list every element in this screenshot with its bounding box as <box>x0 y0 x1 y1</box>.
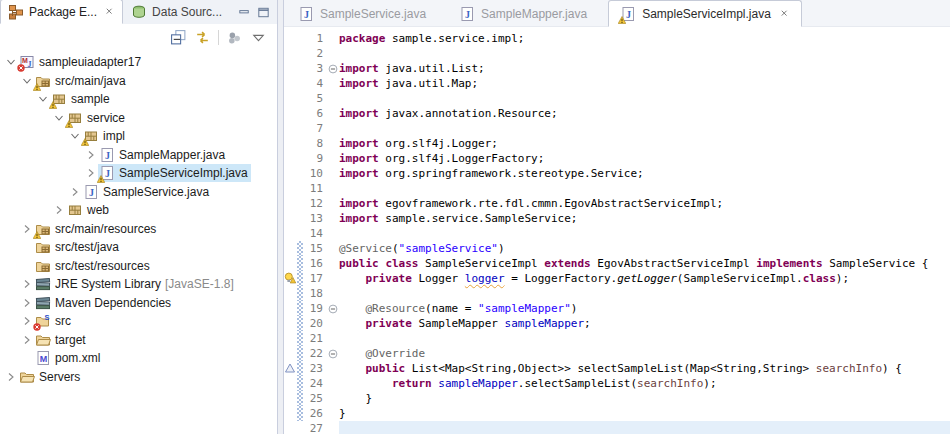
gutter-override-icon[interactable] <box>284 362 296 374</box>
tree-item-src-main-resources[interactable]: src/main/resources <box>0 220 277 239</box>
tree-item-web[interactable]: web <box>0 201 277 220</box>
tree-item-src-test-resources[interactable]: src/test/resources <box>0 257 277 276</box>
tree-item-maven-dependencies[interactable]: Maven Dependencies <box>0 294 277 313</box>
package-icon <box>51 91 67 107</box>
tree-item-target[interactable]: target <box>0 331 277 350</box>
close-icon[interactable] <box>779 8 790 19</box>
code-text[interactable]: import sample.service.SampleService; <box>339 211 950 226</box>
fold-collapse-icon[interactable] <box>327 346 339 361</box>
code-text[interactable] <box>339 46 950 61</box>
tree-item-impl[interactable]: impl <box>0 127 277 146</box>
code-text[interactable]: import java.util.List; <box>339 61 950 76</box>
line-number: 23 <box>303 361 327 376</box>
view-menu-icon[interactable] <box>250 29 267 46</box>
chevron-expanded-icon[interactable] <box>20 75 34 87</box>
code-text[interactable]: import org.slf4j.Logger; <box>339 136 950 151</box>
chevron-expanded-icon[interactable] <box>52 112 66 124</box>
chevron-collapsed-icon[interactable] <box>68 186 82 198</box>
code-text[interactable] <box>339 331 950 346</box>
code-text[interactable]: public List<Map<String,Object>> selectSa… <box>339 361 950 376</box>
chevron-collapsed-icon[interactable] <box>20 315 34 327</box>
code-text[interactable] <box>339 286 950 301</box>
fold-minus-icon[interactable] <box>328 349 338 359</box>
code-text[interactable]: private SampleMapper sampleMapper; <box>339 316 950 331</box>
code-line: 7 <box>284 121 950 136</box>
chevron-expanded-icon[interactable] <box>68 130 82 142</box>
code-text[interactable]: @Resource(name = "sampleMapper") <box>339 301 950 316</box>
tree-item-servers[interactable]: Servers <box>0 368 277 387</box>
code-text[interactable]: import org.slf4j.LoggerFactory; <box>339 151 950 166</box>
code-text[interactable] <box>339 421 950 434</box>
tree-item-pom-xml[interactable]: Mpom.xml <box>0 349 277 368</box>
chevron-expanded-icon[interactable] <box>36 93 50 105</box>
code-token: sample.service.impl; <box>385 32 524 45</box>
collapse-all-icon[interactable] <box>170 29 187 46</box>
tree-item-jre-system-library[interactable]: JRE System Library[JavaSE-1.8] <box>0 275 277 294</box>
code-area[interactable]: 1package sample.service.impl;23import ja… <box>284 27 950 434</box>
code-text[interactable] <box>339 181 950 196</box>
code-text[interactable] <box>339 91 950 106</box>
chevron-collapsed-icon[interactable] <box>20 223 34 235</box>
chevron-collapsed-icon[interactable] <box>84 167 98 179</box>
tree-item-src-test-java[interactable]: src/test/java <box>0 238 277 257</box>
chevron-collapsed-icon[interactable] <box>84 149 98 161</box>
chevron-collapsed-icon[interactable] <box>52 204 66 216</box>
editor-tab-sampleservice-java[interactable]: JSampleService.java <box>286 0 438 27</box>
fold-column <box>327 286 339 301</box>
code-text[interactable]: package sample.service.impl; <box>339 31 950 46</box>
editor-tab-samplemapper-java[interactable]: JSampleMapper.java <box>447 0 599 27</box>
code-text[interactable]: private Logger logger = LoggerFactory.ge… <box>339 271 950 286</box>
gutter-icon-column <box>284 316 297 331</box>
tree-item-sample[interactable]: sample <box>0 90 277 109</box>
fold-collapse-icon[interactable] <box>327 301 339 316</box>
gutter-icon-column <box>284 226 297 241</box>
tree-item-sampleserviceimpl-java[interactable]: JSampleServiceImpl.java <box>0 164 277 183</box>
chevron-collapsed-icon[interactable] <box>20 278 34 290</box>
editor-tab-sampleserviceimpl-java[interactable]: JSampleServiceImpl.java <box>608 0 802 27</box>
tree-item-src-main-java[interactable]: src/main/java <box>0 72 277 91</box>
chevron-collapsed-icon[interactable] <box>20 334 34 346</box>
code-text[interactable]: @Override <box>339 346 950 361</box>
code-text[interactable]: import javax.annotation.Resource; <box>339 106 950 121</box>
close-icon[interactable] <box>104 6 115 17</box>
minimize-icon[interactable] <box>237 5 252 20</box>
tree-item-sampleuiadapter17[interactable]: MJsampleuiadapter17 <box>0 53 277 72</box>
view-tab-data-sourc-[interactable]: Data Sourc... <box>123 0 230 24</box>
gutter-icon-column <box>284 406 297 421</box>
code-text[interactable] <box>339 121 950 136</box>
code-text[interactable]: public class SampleServiceImpl extends E… <box>339 256 950 271</box>
view-tab-package-e-[interactable]: Package E... <box>0 0 123 24</box>
code-token <box>339 377 392 390</box>
gutter-override-icon[interactable] <box>284 361 297 376</box>
link-with-editor-icon[interactable] <box>194 29 211 46</box>
code-token: class <box>385 257 418 270</box>
code-line: 2 <box>284 46 950 61</box>
tree-item-sampleservice-java[interactable]: JSampleService.java <box>0 183 277 202</box>
tree-item-selection: JSampleService.java <box>82 183 212 201</box>
code-text[interactable]: @Service("sampleService") <box>339 241 950 256</box>
focus-on-active-task-icon[interactable] <box>226 29 243 46</box>
chevron-collapsed-icon[interactable] <box>4 371 18 383</box>
code-token: SampleService { <box>823 257 929 270</box>
tree-item-src[interactable]: Ssrc <box>0 312 277 331</box>
gutter-warning-icon[interactable] <box>284 272 296 284</box>
tree-item-samplemapper-java[interactable]: JSampleMapper.java <box>0 146 277 165</box>
code-text[interactable]: } <box>339 391 950 406</box>
maximize-icon[interactable] <box>256 5 271 20</box>
chevron-expanded-icon[interactable] <box>4 56 18 68</box>
fold-collapse-icon[interactable] <box>327 61 339 76</box>
fold-minus-icon[interactable] <box>328 304 338 314</box>
tree-item-selection: JRE System Library[JavaSE-1.8] <box>34 275 237 293</box>
code-text[interactable]: return sampleMapper.selectSampleList(sea… <box>339 376 950 391</box>
tree-item-label: JRE System Library <box>55 277 161 291</box>
code-text[interactable]: import egovframework.rte.fdl.cmmn.EgovAb… <box>339 196 950 211</box>
code-text[interactable] <box>339 226 950 241</box>
fold-minus-icon[interactable] <box>328 64 338 74</box>
code-text[interactable]: } <box>339 406 950 421</box>
code-token: ( <box>392 242 399 255</box>
code-text[interactable]: import org.springframework.stereotype.Se… <box>339 166 950 181</box>
gutter-warning-icon[interactable] <box>284 271 297 286</box>
chevron-collapsed-icon[interactable] <box>20 297 34 309</box>
tree-item-service[interactable]: service <box>0 109 277 128</box>
code-text[interactable]: import java.util.Map; <box>339 76 950 91</box>
